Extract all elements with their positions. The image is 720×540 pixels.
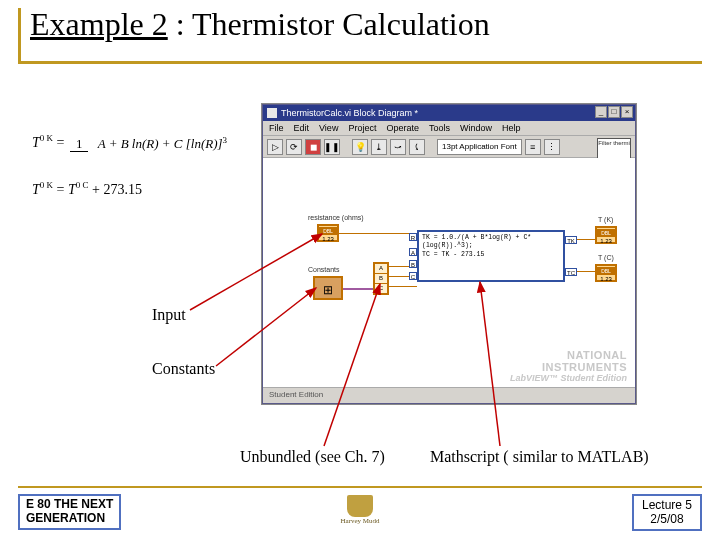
callout-input: Input [152,306,186,324]
ctrl-type-icon: DBL [319,227,337,235]
font-selector[interactable]: 13pt Application Font [437,139,522,155]
f1-den-sup: 3 [223,135,228,145]
step-into-button[interactable]: ⤓ [371,139,387,155]
mathscript-node[interactable]: TK = 1.0./(A + B*log(R) + C*(log(R)).^3)… [417,230,565,282]
footer-right-l1: Lecture 5 [642,498,692,512]
title-sep: : [168,6,192,42]
status-left: Student Edition [269,390,323,401]
unbundle-node[interactable]: A B C [373,262,389,295]
highlight-exec-button[interactable]: 💡 [352,139,368,155]
indicator-tk[interactable]: DBL 1.23 [595,226,617,244]
window-title: ThermistorCalc.vi Block Diagram * [281,108,418,118]
f1-lhs: T [32,135,40,150]
footer-logo: Harvey Mudd [330,492,390,528]
callout-unbundled: Unbundled (see Ch. 7) [240,448,385,466]
f1-fraction: 1 A + B ln(R) + C [ln(R)]3 [70,135,233,152]
label-resistance: resistance (ohms) [307,214,365,221]
ni-brand2: INSTRUMENTS [542,361,627,373]
abort-button[interactable]: ◼ [305,139,321,155]
label-constants: Constants [307,266,341,273]
f1-den: A + B ln(R) + C [ln(R)]3 [92,136,233,151]
callout-mathscript: Mathscript ( similar to MATLAB) [430,448,649,466]
menu-tools[interactable]: Tools [429,123,450,133]
step-out-button[interactable]: ⤹ [409,139,425,155]
footer-left: E 80 THE NEXT GENERATION [18,494,121,530]
ind-tc-val: 1.23 [600,276,612,282]
f2-rhs1-sup: 0 C [76,180,89,190]
menu-help[interactable]: Help [502,123,521,133]
ind-type-icon2: DBL [597,267,615,275]
wire-c [389,286,417,287]
labview-window: ThermistorCalc.vi Block Diagram * _ □ × … [262,104,636,404]
formula-conv: T0 K = T0 C + 273.15 [32,180,235,198]
footer-right-l2: 2/5/08 [642,512,692,526]
unbundle-c: C [375,284,387,293]
ni-watermark: NATIONAL INSTRUMENTS LabVIEW™ Student Ed… [510,349,627,383]
align-button[interactable]: ≡ [525,139,541,155]
step-over-button[interactable]: ⤻ [390,139,406,155]
f2-lhs-sup: 0 K [40,180,53,190]
f2-rhs2: + 273.15 [89,182,142,197]
formulas: T0 K = 1 A + B ln(R) + C [ln(R)]3 T0 K =… [32,133,235,198]
label-tc: T (C) [597,254,615,261]
run-continuous-button[interactable]: ⟳ [286,139,302,155]
ind-tk-val: 1.23 [600,238,612,244]
menu-view[interactable]: View [319,123,338,133]
f2-rhs1: T [68,182,76,197]
shield-icon [347,495,373,517]
ms-out-tk[interactable]: TK [565,236,577,244]
menu-project[interactable]: Project [348,123,376,133]
f1-eq: = [53,135,68,150]
footer-rule [18,486,702,488]
mathscript-line2: TC = TK - 273.15 [422,251,560,259]
footer-left-l2: GENERATION [26,512,113,526]
window-titlebar[interactable]: ThermistorCalc.vi Block Diagram * _ □ × [263,105,635,121]
indicator-tc[interactable]: DBL 1.23 [595,264,617,282]
unbundle-b: B [375,274,387,284]
run-button[interactable]: ▷ [267,139,283,155]
pause-button[interactable]: ❚❚ [324,139,340,155]
title-part2: Thermistor Calculation [192,6,490,42]
distribute-button[interactable]: ⋮ [544,139,560,155]
ni-brand3: LabVIEW™ Student Edition [510,373,627,383]
menu-edit[interactable]: Edit [294,123,310,133]
title-part1: Example 2 [30,6,168,42]
formula-tk: T0 K = 1 A + B ln(R) + C [ln(R)]3 [32,133,235,152]
footer-right: Lecture 5 2/5/08 [632,494,702,531]
control-resistance[interactable]: DBL 1.23 [317,224,339,242]
ctrl-res-val: 1.23 [322,236,334,242]
toolbar: ▷ ⟳ ◼ ❚❚ 💡 ⤓ ⤻ ⤹ 13pt Application Font ≡… [263,136,635,158]
ms-in-b[interactable]: B [409,260,417,268]
f1-lhs-sup: 0 K [40,133,53,143]
unbundle-a: A [375,264,387,274]
f2-lhs: T [32,182,40,197]
window-buttons: _ □ × [595,106,633,118]
close-button[interactable]: × [621,106,633,118]
wire-cluster [343,288,373,290]
menu-file[interactable]: File [269,123,284,133]
ms-out-tc[interactable]: TC [565,268,577,276]
mathscript-line1: TK = 1.0./(A + B*log(R) + C*(log(R)).^3)… [422,234,560,251]
block-diagram-canvas[interactable]: resistance (ohms) DBL 1.23 Constants ⊞ A… [263,158,635,387]
slide-title: Example 2 : Thermistor Calculation [30,6,490,43]
ms-in-r[interactable]: R [409,233,417,241]
callout-constants: Constants [152,360,215,378]
control-constants[interactable]: ⊞ [313,276,343,300]
f1-num: 1 [70,136,89,152]
ind-type-icon: DBL [597,229,615,237]
menu-window[interactable]: Window [460,123,492,133]
app-icon [267,108,277,118]
ni-brand1: NATIONAL [567,349,627,361]
minimize-button[interactable]: _ [595,106,607,118]
f2-eq: = [53,182,68,197]
footer-left-l1: E 80 THE NEXT [26,498,113,512]
menubar: File Edit View Project Operate Tools Win… [263,121,635,136]
ms-in-c[interactable]: C [409,272,417,280]
logo-text: Harvey Mudd [340,518,379,525]
ms-in-a[interactable]: A [409,248,417,256]
wire-r [339,233,417,234]
statusbar: Student Edition [263,387,635,403]
maximize-button[interactable]: □ [608,106,620,118]
menu-operate[interactable]: Operate [386,123,419,133]
f1-den-text: A + B ln(R) + C [ln(R)] [98,136,223,151]
